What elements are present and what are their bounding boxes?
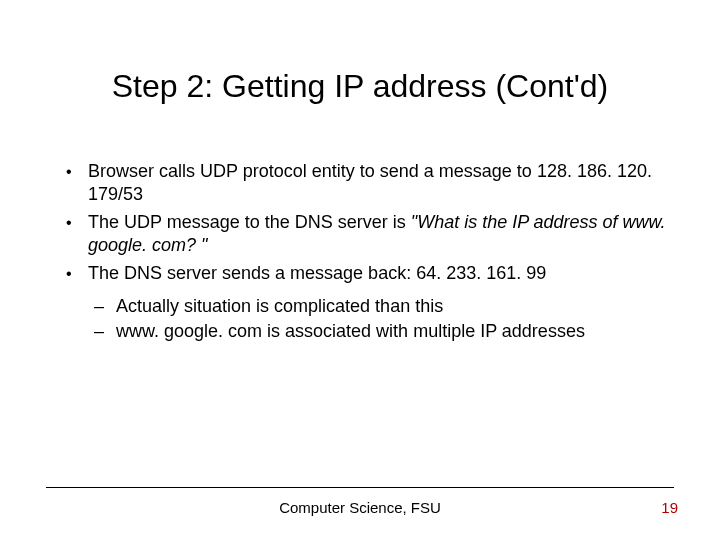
bullet-item: • The UDP message to the DNS server is "… bbox=[60, 211, 680, 258]
divider bbox=[46, 487, 674, 488]
slide-content: • Browser calls UDP protocol entity to s… bbox=[60, 160, 680, 346]
bullet-dot-icon: • bbox=[66, 213, 72, 234]
bullet-item: • Browser calls UDP protocol entity to s… bbox=[60, 160, 680, 207]
slide-title: Step 2: Getting IP address (Cont'd) bbox=[0, 68, 720, 105]
slide: Step 2: Getting IP address (Cont'd) • Br… bbox=[0, 0, 720, 540]
bullet-dot-icon: • bbox=[66, 162, 72, 183]
bullet-dot-icon: • bbox=[66, 264, 72, 285]
sub-text: www. google. com is associated with mult… bbox=[116, 321, 585, 341]
page-number: 19 bbox=[661, 499, 678, 516]
bullet-item: • The DNS server sends a message back: 6… bbox=[60, 262, 680, 285]
bullet-text-pre: The UDP message to the DNS server is bbox=[88, 212, 411, 232]
bullet-text: The DNS server sends a message back: 64.… bbox=[88, 263, 546, 283]
sub-item: – Actually situation is complicated than… bbox=[60, 295, 680, 318]
sub-list: – Actually situation is complicated than… bbox=[60, 295, 680, 344]
bullet-text: Browser calls UDP protocol entity to sen… bbox=[88, 161, 652, 204]
sub-text: Actually situation is complicated than t… bbox=[116, 296, 443, 316]
dash-icon: – bbox=[94, 295, 104, 318]
sub-item: – www. google. com is associated with mu… bbox=[60, 320, 680, 343]
dash-icon: – bbox=[94, 320, 104, 343]
footer-text: Computer Science, FSU bbox=[0, 499, 720, 516]
